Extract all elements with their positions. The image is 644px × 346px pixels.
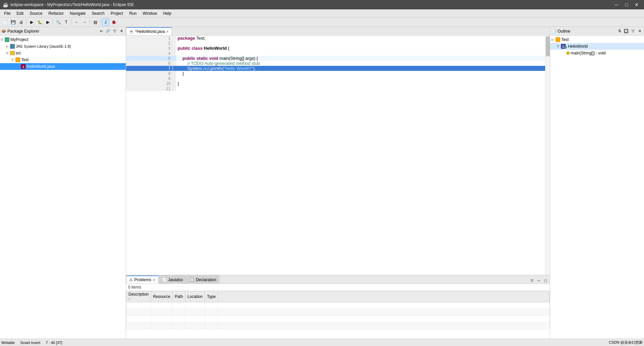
col-path[interactable]: Path [173, 291, 185, 302]
tree-item-jre[interactable]: ▷ JRE System Library [JavaSE-1.8] [0, 43, 126, 50]
menu-window[interactable]: Window [140, 10, 160, 17]
outline-method-icon [566, 51, 570, 55]
src-label: src [16, 51, 21, 55]
tab-problems[interactable]: ⚠ Problems ✕ [126, 275, 158, 284]
perspective-java[interactable]: J [102, 18, 109, 26]
outline-hide-button[interactable]: 🔲 [623, 28, 629, 34]
code-editor[interactable]: 1 package Test; 2 3 public class [126, 36, 545, 275]
outline-controls: ⇅ 🔲 ▽ ✕ [616, 28, 643, 34]
outline-menu-button[interactable]: ▽ [630, 28, 636, 34]
col-type[interactable]: Type [205, 291, 218, 302]
code-line-10: 10 } [126, 81, 545, 86]
col-extra [218, 291, 550, 302]
menu-source[interactable]: Source [27, 10, 45, 17]
outline-item-helloworld[interactable]: ▽ C ↓ HelloWorld [550, 43, 644, 50]
separator-2 [53, 19, 53, 25]
link-with-editor-button[interactable]: 🔗 [105, 28, 111, 34]
package-explorer-title-area: 📦 Package Explorer [1, 29, 39, 34]
status-right-text: CSDN @业余幻想家 [609, 340, 643, 345]
open-type-button[interactable]: T [63, 18, 70, 26]
editor-scroll-thumb[interactable] [546, 36, 550, 56]
menu-project[interactable]: Project [108, 10, 126, 17]
toolbar: 📄 💾 🖨 ▶ 🐛 ▶ 🔍 T ← → ▤ J 🐞 [0, 17, 644, 27]
tree-item-test-pkg[interactable]: ▽ Test [0, 56, 126, 63]
outline-item-main[interactable]: ▷ main(String[]) : void [550, 50, 644, 56]
col-location[interactable]: Location [185, 291, 205, 302]
outline-main-label: main(String[]) : void [571, 51, 606, 55]
line-num-10: 10 [126, 81, 173, 86]
line-content-6: // TODO Auto-generated method stub [176, 61, 545, 66]
run-last-button[interactable]: ▶ [28, 18, 35, 26]
status-left: Writable Smart Insert 7 : 46 [37] [1, 341, 62, 345]
tab-close-button[interactable]: ✕ [166, 30, 169, 34]
minimize-button[interactable]: ─ [612, 0, 621, 9]
package-explorer-close[interactable]: ✕ [118, 28, 124, 34]
tree-item-helloworld[interactable]: ▷ J HelloWorld.java [0, 63, 126, 70]
menu-run[interactable]: Run [126, 10, 139, 17]
col-description[interactable]: Description ↑ [126, 291, 151, 302]
menu-search[interactable]: Search [89, 10, 107, 17]
status-right: CSDN @业余幻想家 [609, 340, 643, 345]
toggle-test[interactable]: ▽ [11, 58, 15, 61]
code-line-3: 3 public class HelloWorld { [126, 46, 545, 51]
status-position: 7 : 46 [37] [46, 341, 62, 345]
bottom-minimize-button[interactable]: ─ [536, 277, 542, 284]
toggle-jre[interactable]: ▷ [6, 45, 10, 48]
separator-3 [71, 19, 72, 25]
outline-close[interactable]: ✕ [637, 28, 643, 34]
next-edit-button[interactable]: → [81, 18, 88, 26]
menu-bar: File Edit Source Refactor Navigate Searc… [0, 9, 644, 17]
toggle-myproject[interactable]: ▽ [1, 38, 5, 41]
new-button[interactable]: 📄 [1, 18, 9, 26]
line-content-10: } [176, 81, 545, 86]
console-button[interactable]: ▤ [91, 18, 99, 26]
tree-item-myproject[interactable]: ▽ MyProject [0, 36, 126, 43]
outline-toggle-class[interactable]: ▽ [557, 45, 561, 48]
debug-button[interactable]: 🐛 [36, 18, 43, 26]
code-line-11: 11 [126, 86, 545, 91]
menu-file[interactable]: File [1, 10, 13, 17]
prev-edit-button[interactable]: ← [73, 18, 80, 26]
outline-icon: 📑 [552, 29, 556, 33]
menu-refactor[interactable]: Refactor [46, 10, 66, 17]
filter-button[interactable]: ▽ [529, 277, 535, 284]
collapse-all-button[interactable]: ⇐ [98, 28, 104, 34]
outline-test-label: Test [561, 37, 569, 42]
bottom-panel: ⚠ Problems ✕ 📄 Javadoc 📋 Declaration ▽ ─… [126, 275, 550, 339]
outline-class-decorator: C ↓ [561, 44, 567, 49]
line-marker-3 [173, 46, 176, 51]
test-pkg-label: Test [21, 57, 29, 62]
javadoc-label: Javadoc [168, 277, 183, 282]
line-marker-9 [173, 76, 176, 81]
menu-navigate[interactable]: Navigate [67, 10, 88, 17]
tab-helloworld[interactable]: ☕ *HelloWorld.java ✕ [126, 27, 172, 35]
outline-sort-button[interactable]: ⇅ [616, 28, 622, 34]
menu-edit[interactable]: Edit [14, 10, 26, 17]
outline-toggle-test[interactable]: ▷ [552, 38, 556, 41]
problems-close[interactable]: ✕ [153, 278, 155, 282]
tab-declaration[interactable]: 📋 Declaration [187, 275, 219, 284]
outline-package-icon [556, 37, 560, 42]
bottom-maximize-button[interactable]: □ [542, 277, 548, 284]
line-content-9 [176, 76, 545, 81]
tab-javadoc[interactable]: 📄 Javadoc [159, 275, 186, 284]
tree-item-src[interactable]: ▽ src [0, 50, 126, 56]
toggle-src[interactable]: ▽ [6, 51, 10, 55]
code-line-7: 7 System.out.println("Hello World!!!"); [126, 66, 545, 71]
status-writable: Writable [1, 341, 15, 345]
search-toolbar-button[interactable]: 🔍 [54, 18, 62, 26]
outline-item-test[interactable]: ▷ Test [550, 36, 644, 43]
code-line-4: 4 [126, 51, 545, 56]
perspective-debug[interactable]: 🐞 [110, 18, 117, 26]
close-button[interactable]: ✕ [632, 0, 641, 9]
line-marker-5 [173, 56, 176, 61]
print-button[interactable]: 🖨 [17, 18, 25, 26]
package-explorer-menu-button[interactable]: ▽ [112, 28, 118, 34]
menu-help[interactable]: Help [160, 10, 174, 17]
declaration-label: Declaration [196, 277, 216, 282]
maximize-button[interactable]: □ [622, 0, 631, 9]
javadoc-icon: 📄 [162, 277, 167, 282]
save-button[interactable]: 💾 [9, 18, 17, 26]
col-resource[interactable]: Resource [151, 291, 173, 302]
run-button[interactable]: ▶ [44, 18, 51, 26]
